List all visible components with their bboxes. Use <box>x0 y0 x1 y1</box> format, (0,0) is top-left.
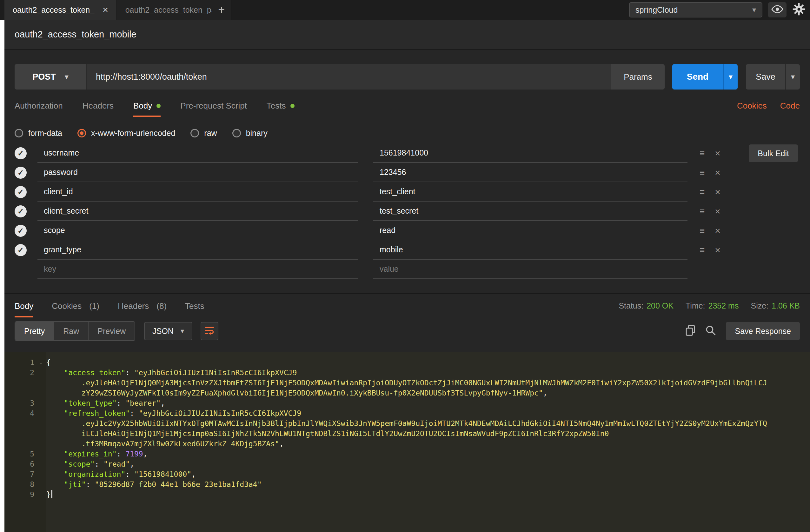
code-line: 3 "token_type": "bearer", <box>4 398 802 408</box>
radio-icon[interactable] <box>191 129 199 138</box>
param-key[interactable]: scope <box>37 221 358 240</box>
param-enabled-checkbox[interactable]: ✓ <box>15 225 27 237</box>
environment-quicklook-button[interactable] <box>768 2 787 17</box>
param-enabled-checkbox[interactable]: ✓ <box>15 167 27 179</box>
tab-body[interactable]: Body <box>133 101 161 117</box>
line-number: 2 <box>4 368 46 398</box>
request-tab-active[interactable]: oauth2_access_token_ × <box>4 0 117 20</box>
drag-handle-icon[interactable]: ≡ <box>699 148 704 158</box>
view-mode-pretty[interactable]: Pretty <box>15 322 54 340</box>
param-key[interactable]: grant_type <box>37 240 358 260</box>
line-number: 8 <box>4 479 46 489</box>
save-button[interactable]: Save <box>746 64 785 90</box>
response-meta: Status: 200 OK Time: 2352 ms Size: 1.06 … <box>611 301 800 318</box>
save-response-button[interactable]: Save Response <box>726 322 800 340</box>
delete-row-icon[interactable]: × <box>715 245 720 256</box>
tab-response-body[interactable]: Body <box>15 301 33 318</box>
param-value-placeholder[interactable]: value <box>373 260 687 279</box>
settings-button[interactable] <box>792 2 806 17</box>
method-select[interactable]: POST ▾ <box>15 64 87 90</box>
fold-toggle-icon[interactable]: - <box>39 357 43 368</box>
radio-icon[interactable] <box>15 129 23 138</box>
code-text: "refresh_token": "eyJhbGciOiJIUzI1NiIsIn… <box>46 408 802 449</box>
format-select[interactable]: JSON ▾ <box>144 322 192 340</box>
drag-handle-icon[interactable]: ≡ <box>699 206 704 216</box>
drag-handle-icon[interactable]: ≡ <box>699 245 704 255</box>
view-mode-preview[interactable]: Preview <box>88 322 134 340</box>
param-value[interactable]: 123456 <box>373 163 687 182</box>
new-tab-button[interactable]: + <box>212 0 231 20</box>
wrap-lines-icon <box>204 326 215 337</box>
wrap-lines-button[interactable] <box>200 322 218 340</box>
copy-icon[interactable] <box>685 325 695 337</box>
param-row-actions: ≡ × <box>687 221 720 240</box>
code-line: 4 "refresh_token": "eyJhbGciOiJIUzI1NiIs… <box>4 408 802 449</box>
chevron-down-icon: ▾ <box>752 5 756 14</box>
tab-response-headers[interactable]: Headers (8) <box>118 301 167 318</box>
param-enabled-checkbox[interactable]: ✓ <box>15 186 27 198</box>
radio-icon[interactable] <box>232 129 241 138</box>
search-icon[interactable] <box>705 325 716 337</box>
delete-row-icon[interactable]: × <box>715 148 720 159</box>
delete-row-icon[interactable]: × <box>715 225 720 236</box>
environment-select[interactable]: springCloud ▾ <box>629 2 762 17</box>
cookies-link[interactable]: Cookies <box>737 101 767 111</box>
param-value[interactable]: read <box>373 221 687 240</box>
send-button[interactable]: Send <box>672 64 723 90</box>
param-value[interactable]: mobile <box>373 240 687 260</box>
tab-headers[interactable]: Headers <box>82 101 114 117</box>
request-name-bar: oauth2_access_token_mobile <box>4 20 810 50</box>
param-key[interactable]: username <box>37 144 358 163</box>
drag-handle-icon[interactable]: ≡ <box>699 187 704 197</box>
delete-row-icon[interactable]: × <box>715 206 720 217</box>
param-value[interactable]: 15619841000 <box>373 144 687 163</box>
param-value[interactable]: test_client <box>373 182 687 201</box>
url-input[interactable]: http://host1:8000/oauth/token <box>87 64 611 90</box>
tab-response-cookies[interactable]: Cookies (1) <box>52 301 99 318</box>
body-type-binary[interactable]: binary <box>232 129 268 138</box>
tab-tests[interactable]: Tests <box>266 101 294 117</box>
bulk-edit-button[interactable]: Bulk Edit <box>749 144 798 162</box>
send-options-button[interactable]: ▾ <box>723 64 738 90</box>
format-value: JSON <box>152 327 174 336</box>
body-type-raw[interactable]: raw <box>191 129 217 138</box>
response-body-editor[interactable]: 1-{2 "access_token": "eyJhbGciOiJIUzI1Ni… <box>4 352 810 532</box>
body-type-x-www-form-urlencoded[interactable]: x-www-form-urlencoded <box>78 129 175 138</box>
param-key[interactable]: client_id <box>37 182 358 201</box>
code-text: "organization": "15619841000", <box>46 469 802 479</box>
body-type-form-data[interactable]: form-data <box>15 129 62 138</box>
tab-response-tests[interactable]: Tests <box>185 301 205 318</box>
tab-badge: (8) <box>157 301 167 311</box>
tab-label: Authorization <box>15 101 63 111</box>
param-key-placeholder[interactable]: key <box>37 260 358 279</box>
delete-row-icon[interactable]: × <box>715 187 720 197</box>
drag-handle-icon[interactable]: ≡ <box>699 167 704 178</box>
time-value: 2352 ms <box>709 301 739 310</box>
radio-selected-icon[interactable] <box>78 129 86 138</box>
param-enabled-cell: ✓ <box>15 163 37 182</box>
line-number: 7 <box>4 469 46 479</box>
delete-row-icon[interactable]: × <box>715 167 720 178</box>
code-link[interactable]: Code <box>780 101 800 111</box>
param-enabled-cell <box>15 260 37 279</box>
tab-authorization[interactable]: Authorization <box>15 101 63 117</box>
param-key[interactable]: client_secret <box>37 201 358 221</box>
view-mode-raw[interactable]: Raw <box>54 322 88 340</box>
params-button[interactable]: Params <box>611 64 665 90</box>
param-row-actions: ≡ × <box>687 240 720 260</box>
param-enabled-checkbox[interactable]: ✓ <box>15 147 27 159</box>
response-tabs: Body Cookies (1) Headers (8) Tests Statu… <box>4 294 810 318</box>
param-key[interactable]: password <box>37 163 358 182</box>
tab-pre-request-script[interactable]: Pre-request Script <box>180 101 247 117</box>
param-enabled-checkbox[interactable]: ✓ <box>15 205 27 217</box>
save-options-button[interactable]: ▾ <box>785 64 800 90</box>
param-value[interactable]: test_secret <box>373 201 687 221</box>
view-mode-segmented: Pretty Raw Preview <box>15 321 135 341</box>
close-tab-icon[interactable]: × <box>102 5 108 15</box>
tab-label: Pre-request Script <box>180 101 247 111</box>
param-enabled-cell: ✓ <box>15 182 37 201</box>
param-enabled-checkbox[interactable]: ✓ <box>15 244 27 256</box>
drag-handle-icon[interactable]: ≡ <box>699 226 704 236</box>
request-tab-inactive[interactable]: oauth2_access_token_passv <box>117 0 212 20</box>
tab-label: Body <box>15 301 33 311</box>
